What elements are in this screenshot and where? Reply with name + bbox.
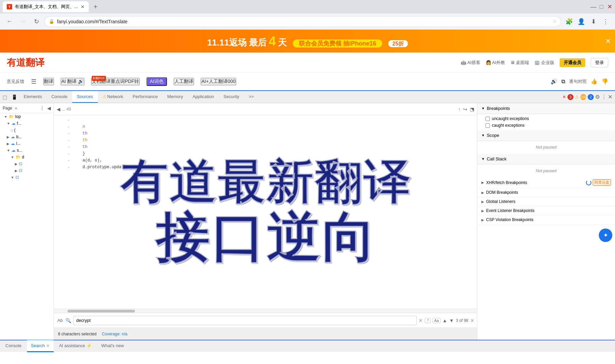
event-item[interactable]: ▶ Event Listener Breakpoints	[477, 206, 615, 215]
deactivate-button[interactable]: ⬔	[470, 107, 474, 112]
feedback-button[interactable]: 意见反馈	[7, 79, 24, 85]
tab-memory[interactable]: Memory	[163, 91, 188, 103]
cloud-icon-s: ☁	[11, 148, 16, 153]
global-arrow-icon: ▶	[481, 200, 484, 204]
dislike-button[interactable]: 👎	[602, 78, 608, 85]
tree-item-d3[interactable]: ▼ ⊡	[0, 174, 54, 181]
doc-translate-tab[interactable]: 秒翻PDF 文档翻译重点词PDF转	[91, 78, 140, 85]
vip-button[interactable]: 开通会员	[560, 58, 585, 67]
csp-item[interactable]: ▶ CSP Violation Breakpoints	[477, 215, 615, 224]
page-tab-item[interactable]: Page	[3, 106, 12, 111]
search-regex-button[interactable]: .*	[425, 318, 430, 323]
menu-toggle[interactable]: ☰	[31, 78, 36, 85]
call-stack-header[interactable]: ▼ Call Stack	[477, 154, 615, 164]
tab-console[interactable]: Console	[47, 91, 72, 103]
xhr-item[interactable]: ▶ XHR/fetch Breakpoints 阿里云盘	[477, 177, 615, 188]
bottom-tab-search-close[interactable]: ✕	[46, 343, 50, 348]
tab-sources[interactable]: Sources	[72, 91, 98, 103]
tree-item-d2[interactable]: ▶ ⊡	[0, 167, 54, 174]
menu-button[interactable]: ⋮	[600, 16, 611, 27]
tree-item-file1[interactable]: □ (	[0, 127, 54, 133]
human-translate-tab[interactable]: 人工翻译	[174, 78, 194, 85]
tab-performance[interactable]: Performance	[128, 91, 162, 103]
ai-translate-tab[interactable]: AI 翻译 🔊	[61, 78, 84, 85]
tree-item-d1[interactable]: ▶ ⊡	[0, 160, 54, 167]
bottom-tab-ai[interactable]: AI assistance ⚡	[55, 340, 96, 352]
page-banner: 11.11返场 最后 4 天 联合会员免费领 抽iPhone16 25折 ✕	[0, 30, 615, 53]
bottom-tab-whatsnew[interactable]: What's new	[97, 340, 128, 352]
header-ai-dake[interactable]: 🤖 AI搭客	[461, 60, 480, 66]
caught-exception-checkbox[interactable]	[485, 123, 490, 128]
uncaught-exception-checkbox[interactable]	[485, 117, 490, 121]
header-desktop[interactable]: 🖥 桌面端	[510, 60, 529, 66]
close-button[interactable]: ✕	[607, 4, 612, 9]
status-bar: 8 characters selected Coverage: n/a	[54, 328, 477, 340]
translate-tab[interactable]: 翻译	[43, 78, 54, 85]
extensions-button[interactable]: 🧩	[564, 16, 575, 27]
xhr-label: XHR/fetch Breakpoints	[486, 180, 586, 185]
search-input[interactable]	[73, 316, 417, 325]
back-button[interactable]: ←	[4, 16, 15, 27]
search-close-button[interactable]: ✕	[470, 318, 474, 323]
header-ai-tutor[interactable]: 👩 AI外教	[486, 60, 505, 66]
tree-item-d[interactable]: ▼ 📁 d	[0, 154, 54, 160]
source-nav-left[interactable]: ◀	[57, 107, 60, 112]
code-line: – n	[54, 123, 477, 130]
tab-more[interactable]: >>	[244, 91, 258, 103]
header-enterprise[interactable]: 🏢 企业版	[534, 60, 554, 66]
horizontal-scrollbar[interactable]	[54, 309, 477, 313]
tab-elements[interactable]: Elements	[19, 91, 47, 103]
sidebar-toggle-button[interactable]: ◀	[47, 105, 51, 111]
dom-item[interactable]: ▶ DOM Breakpoints	[477, 188, 615, 197]
step-over-button[interactable]: ↪	[463, 107, 467, 112]
format-button[interactable]: ↑	[458, 107, 460, 112]
tree-label-l: l...	[16, 141, 21, 146]
login-button[interactable]: 登录	[591, 58, 608, 67]
maximize-button[interactable]: □	[599, 4, 604, 9]
refresh-button[interactable]: ↻	[31, 16, 42, 27]
search-prev-button[interactable]: ▲	[443, 318, 447, 323]
search-case-button[interactable]: Aa	[432, 318, 440, 323]
ai-assistance-fab[interactable]: ✦	[599, 229, 612, 242]
banner-close-button[interactable]: ✕	[605, 37, 611, 45]
devtools-close-button[interactable]: ✕	[608, 94, 612, 100]
breakpoints-section: ▼ Breakpoints uncaught exceptions caught…	[477, 103, 615, 130]
forward-button[interactable]: →	[18, 16, 28, 27]
search-clear-button[interactable]: ✕	[419, 318, 423, 323]
tab-security[interactable]: Security	[219, 91, 244, 103]
copy-button[interactable]: ⧉	[561, 79, 565, 85]
page-tab-options-button[interactable]: ⋮	[40, 105, 45, 111]
profile-button[interactable]: 👤	[576, 16, 587, 27]
search-case-toggle[interactable]: Ab	[57, 317, 63, 324]
browser-tab-active[interactable]: Y 有道翻译_文本、文档、网页、... ✕	[3, 1, 89, 12]
scope-header[interactable]: ▼ Scope	[477, 130, 615, 141]
tab-close-button[interactable]: ✕	[81, 4, 85, 9]
breakpoints-header[interactable]: ▼ Breakpoints	[477, 103, 615, 114]
folder-icon-top: 📁	[9, 114, 14, 119]
tab-network[interactable]: ⚠ Network	[98, 91, 128, 103]
tree-item-f[interactable]: ▼ ☁ f...	[0, 120, 54, 127]
ai-color-tab[interactable]: AI词色	[146, 77, 167, 86]
page-tab-more[interactable]: »	[15, 106, 17, 111]
tab-application[interactable]: Application	[188, 91, 219, 103]
tree-item-b[interactable]: ▶ ☁ b...	[0, 133, 54, 140]
devtools-device-icon[interactable]: 📱	[9, 91, 19, 103]
minimize-button[interactable]: —	[591, 4, 596, 9]
tree-item-l[interactable]: ▶ ☁ l...	[0, 140, 54, 147]
bottom-tab-console[interactable]: Console	[1, 340, 26, 352]
tree-item-top[interactable]: ▼ 📁 top	[0, 113, 54, 120]
devtools-settings-button[interactable]: ⚙	[595, 94, 600, 100]
devtools-inspect-icon[interactable]: ⬚	[0, 91, 9, 103]
ai-human-tab[interactable]: AI+人工翻译000	[201, 78, 236, 85]
like-button[interactable]: 👍	[591, 78, 597, 85]
new-tab-button[interactable]: +	[91, 2, 100, 11]
bottom-tab-search[interactable]: Search ✕	[27, 340, 54, 352]
search-next-button[interactable]: ▼	[449, 318, 454, 323]
global-item[interactable]: ▶ Global Listeners	[477, 197, 615, 206]
address-bar[interactable]: 🔒 fanyi.youdao.com/#/TextTranslate ☆	[45, 16, 561, 27]
coverage-link[interactable]: Coverage: n/a	[102, 332, 127, 336]
tree-item-s[interactable]: ▼ ☁ s...	[0, 147, 54, 154]
download-button[interactable]: ⬇	[588, 16, 599, 27]
audio-button[interactable]: 🔊	[551, 78, 557, 85]
devtools-more-button[interactable]: ⋮	[601, 94, 607, 100]
